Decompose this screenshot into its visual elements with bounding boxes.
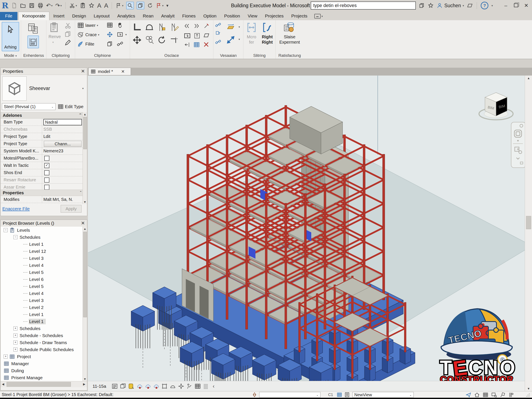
dimension-tool-icon[interactable] [224,34,237,45]
rotate-tool-icon[interactable] [157,35,167,45]
hand-paint-icon[interactable] [117,22,123,28]
select-elements-icon[interactable] [483,392,488,398]
instance-filter-combo[interactable]: Steel (Revsal (1) ⌄ [2,103,56,110]
tree-item-manager[interactable]: Manager [1,360,83,367]
corner-tool-icon[interactable] [132,22,142,32]
region-dropdown-arrow[interactable]: ▾ [239,25,240,29]
mcro-fer-icon[interactable] [246,22,257,33]
copy-zoom-tool-icon[interactable] [145,35,154,45]
property-checkbox[interactable] [44,156,49,161]
navigation-star-icon[interactable] [178,383,184,389]
tree-item-level-3[interactable]: Level 3 [1,297,83,304]
vesaaian-group-label[interactable]: Vesaaian [213,53,243,58]
fine-grid-icon[interactable] [203,383,209,389]
mode-group-label[interactable]: Mode [4,53,14,58]
key-scope-icon[interactable] [117,41,123,47]
tree-expander[interactable]: + [13,341,18,344]
search-expand-arrow[interactable]: › [306,2,308,9]
select-pinned-icon[interactable] [500,392,505,398]
close-button[interactable]: ✕ [523,3,530,8]
restore-button[interactable] [513,3,520,8]
tab-design[interactable]: Design [68,12,90,20]
view-tab-model[interactable]: model * ✕ [88,68,131,75]
property-checkbox[interactable] [44,170,49,175]
sun-path-icon[interactable] [128,383,134,389]
properties-scrollbar[interactable]: ▲ ▼ [82,112,87,204]
right-right-button[interactable]: RightRight [260,34,275,45]
tree-item-level-5[interactable]: Level 5 [1,283,83,290]
section-properties[interactable]: Propertiesˆ [1,190,83,196]
project-browser-vscrollbar[interactable]: ▲ ▼ [82,227,87,381]
filite-button[interactable]: Filite [77,41,94,47]
dimension-dropdown-arrow[interactable]: ▾ [239,38,240,41]
sync-button[interactable] [147,3,153,8]
tree-item-schedules[interactable]: −Schedules [1,234,83,241]
sketch-line-tool-icon[interactable] [169,22,179,32]
move-tool-icon[interactable] [132,35,142,45]
print-button[interactable] [38,3,43,8]
list-icon[interactable] [344,392,350,398]
tree-item-level-12[interactable]: Level 12 [1,248,83,255]
tree-item-schedule-schedules[interactable]: +Schedule - Schedules [1,332,83,339]
render-cloud-2-icon[interactable] [145,383,151,389]
tag-star-button[interactable] [89,3,95,8]
tree-expander[interactable]: + [13,348,18,352]
scale-tool-icon[interactable] [157,22,167,32]
analyze-icon[interactable] [186,383,193,389]
properties-close-icon[interactable]: ✕ [81,69,85,74]
edit-type-button[interactable]: Edit Type [58,104,83,110]
view-bar-collapse-chevron[interactable]: ‹ [213,383,215,389]
viewport-vscrollbar[interactable]: ▲ ▼ [525,76,532,391]
type-preview-thumbnail[interactable] [2,76,27,101]
redo-button[interactable]: ↷▾ [55,3,62,8]
design-options-icon[interactable] [337,392,342,398]
split-grid-icon[interactable] [107,41,113,47]
tree-item-level-1[interactable]: Level 1 [1,311,83,318]
modify-tool-button[interactable]: ▾ [69,3,77,8]
select-underlay-icon[interactable] [508,392,514,398]
tree-item-prisent-manage[interactable]: Prisent Manage [1,374,83,381]
tab-konoporate[interactable]: Konoporate [18,12,50,20]
project-browser-hscrollbar[interactable]: ◀ ▶ [1,381,87,387]
tab-position[interactable]: Position [220,12,244,20]
slaise-experment-icon[interactable] [283,21,295,33]
cliphione-group-label[interactable]: Cliphione [75,53,130,58]
tree-expander[interactable]: − [4,228,8,232]
tree-item-level-3[interactable]: Level 3 [1,255,83,262]
enaccere-file-link[interactable]: Enaccere File [2,206,30,211]
render-cloud-3-icon[interactable] [153,383,159,389]
measure-box-icon[interactable] [184,32,191,39]
detail-sheet-icon[interactable] [215,31,221,36]
property-checkbox[interactable] [44,185,49,190]
trim-right-icon[interactable] [193,23,200,29]
tab-view[interactable]: View [244,12,261,20]
renve-label[interactable]: Renve [49,34,61,39]
trim-left-icon[interactable] [184,23,190,29]
tab-analyit[interactable]: Analyit [157,12,178,20]
workset-combo[interactable]: ⌄ [259,392,321,398]
tree-item-level-5[interactable]: Level 5 [1,269,83,276]
tab-option[interactable]: Option [199,12,220,20]
section-adelones[interactable]: Adelonesˆˆ [1,112,83,119]
favorites-star-icon[interactable] [428,3,434,8]
enherderss-group-label[interactable]: Enherderss [21,53,46,58]
account-button[interactable]: Suchen ▾ [437,3,464,8]
tree-item-schedule-draw-teams[interactable]: +Schedule - Draw Teams [1,339,83,346]
delete-x-icon[interactable] [203,42,209,47]
slaise-experment-button[interactable]: SlaiseExperment [276,34,304,45]
markup-tool-icon[interactable] [467,3,473,8]
tab-projects[interactable]: Projects [287,12,311,20]
apply-button[interactable]: Apply [61,205,82,213]
split-delete-icon[interactable] [203,23,210,29]
diagonal-pen-icon[interactable] [215,22,221,28]
cliphione-dropdown-arrow[interactable]: ▾ [125,33,127,36]
open-file-button[interactable] [20,3,26,8]
tab-analytics[interactable]: Analytics [114,12,139,20]
home-icon[interactable] [474,392,480,398]
property-button[interactable]: Chann... [44,141,82,147]
mirror-tool-icon[interactable] [169,35,179,45]
property-text[interactable]: Nemere23 [43,149,63,153]
type-selector[interactable]: Sheeevar ▾ [29,76,86,100]
new-document-button[interactable] [11,3,17,8]
lawer-button[interactable]: lawer▾ [77,22,98,29]
